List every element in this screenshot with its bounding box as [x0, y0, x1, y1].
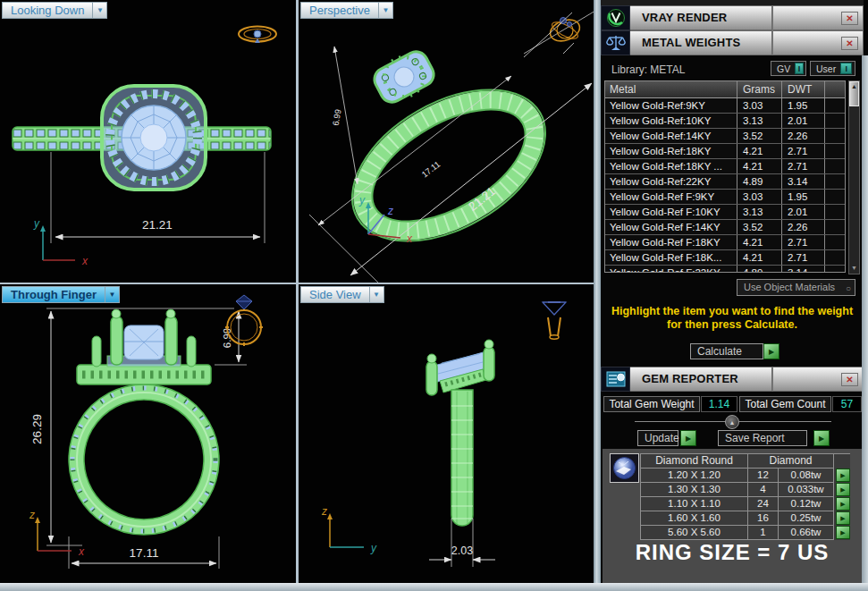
chevron-down-icon[interactable]: ▼	[378, 2, 393, 19]
close-icon[interactable]: ✕	[841, 373, 858, 386]
total-gem-weight-value: 1.14	[701, 396, 737, 412]
gv-indicator: I	[795, 63, 804, 74]
chevron-down-icon[interactable]: ▼	[92, 2, 107, 19]
side-view-drawing: 2.03 z y	[299, 284, 594, 583]
table-row[interactable]: Yellow Gold-Ref F:18KY4.212.71	[605, 235, 845, 250]
axis-z-label: z	[29, 509, 35, 521]
scroll-down-icon[interactable]: ▼	[849, 263, 859, 274]
table-row[interactable]: Yellow Gold-Ref:9KY3.031.95	[605, 98, 845, 114]
scrollbar-thumb[interactable]: ▲	[849, 81, 859, 106]
gem-table-header: Diamond Round Diamond	[641, 454, 850, 469]
axis-x-label: x	[81, 255, 88, 267]
calculate-run-icon[interactable]: ▶	[763, 343, 780, 359]
close-icon[interactable]: ✕	[841, 12, 858, 25]
viewport-title-looking-down[interactable]: Looking Down ▼	[2, 2, 107, 19]
viewport-looking-down[interactable]: Looking Down ▼	[0, 0, 296, 283]
user-button[interactable]: User I	[810, 61, 855, 76]
table-row[interactable]: Yellow Gold-Ref F:14KY3.522.26	[605, 220, 845, 235]
update-control: Update ▶	[637, 430, 696, 446]
table-scrollbar[interactable]: ▲ ▼	[848, 80, 860, 274]
save-report-control: Save Report ▶	[718, 430, 830, 446]
viewport-label[interactable]: Through Finger	[2, 286, 105, 303]
update-button[interactable]: Update	[637, 430, 678, 446]
scale-icon	[601, 30, 630, 55]
dimension-label: 21.21	[142, 218, 173, 232]
axis-y-label: y	[370, 542, 377, 554]
axis-x-label: x	[78, 545, 85, 558]
viewport-side-view[interactable]: Side View ▼	[299, 284, 594, 583]
viewport-title-perspective[interactable]: Perspective ▼	[300, 2, 393, 19]
halo-top-view	[102, 86, 206, 190]
looking-down-drawing: 21.21 y x	[0, 0, 296, 283]
slider-up-icon: ▲	[729, 419, 736, 426]
viewport-perspective[interactable]: Perspective ▼	[299, 0, 594, 283]
viewport-title-side-view[interactable]: Side View ▼	[300, 286, 384, 303]
dimension-label: 26.29	[30, 414, 44, 444]
ring-head-3d	[369, 46, 438, 108]
solitaire-side-icon	[543, 302, 566, 339]
close-icon[interactable]: ✕	[841, 37, 858, 50]
viewport-through-finger[interactable]: Through Finger ▼	[0, 284, 296, 583]
table-row[interactable]: Yellow Gold-Ref:18KY4.212.71	[605, 144, 845, 159]
total-gem-weight-label: Total Gem Weight	[603, 396, 700, 412]
user-indicator: I	[840, 63, 852, 74]
calculate-control: Calculate ▶	[690, 343, 780, 359]
chevron-down-icon[interactable]: ▼	[369, 286, 384, 303]
gem-row-run-icon[interactable]: ▶	[836, 497, 850, 511]
side-panel: VRAY RENDER ✕ METAL WEIGHTS ✕ Library: M…	[601, 0, 868, 591]
table-row[interactable]: Yellow Gold-Ref F:22KY4.893.14	[605, 266, 845, 272]
viewport-label[interactable]: Looking Down	[2, 2, 92, 19]
table-row[interactable]: Yellow Gold-Ref F:9KY3.031.95	[605, 190, 845, 205]
total-gem-count-value: 57	[832, 396, 862, 412]
detail-slider-handle[interactable]: ▲	[725, 415, 739, 429]
table-header: Metal Grams DWT	[605, 81, 845, 98]
use-object-materials-label: Use Object Materials	[744, 282, 835, 292]
axis-indicator: z x	[29, 509, 85, 558]
chevron-down-icon[interactable]: ▼	[105, 286, 120, 303]
panel-title: METAL WEIGHTS	[630, 30, 772, 55]
gem-row-run-icon[interactable]: ▶	[836, 469, 850, 482]
viewport-label[interactable]: Side View	[300, 286, 369, 303]
gem-summary-panel: Diamond Round Diamond 1.20 X 1.20120.08t…	[603, 449, 862, 583]
vray-icon	[601, 5, 630, 30]
gem-row: 1.10 X 1.10240.12tw▶	[641, 497, 850, 511]
table-row[interactable]: Yellow Gold-Ref F:18K...4.212.71	[605, 250, 845, 266]
table-row[interactable]: Yellow Gold-Ref:22KY4.893.14	[605, 174, 845, 190]
table-row[interactable]: Yellow Gold-Ref F:10KY3.132.01	[605, 205, 845, 220]
update-run-icon[interactable]: ▶	[680, 430, 696, 446]
table-row[interactable]: Yellow Gold-Ref:14KY3.522.26	[605, 129, 845, 144]
viewport-divider-vertical	[296, 0, 299, 583]
gv-button[interactable]: GV I	[771, 61, 806, 76]
table-row[interactable]: Yellow Gold-Ref:10KY3.132.01	[605, 114, 845, 129]
save-report-run-icon[interactable]: ▶	[813, 430, 830, 446]
panel-title: GEM REPORTER	[630, 367, 772, 392]
gem-reporter-header: GEM REPORTER ✕	[601, 367, 864, 392]
axis-y-label: y	[358, 194, 366, 207]
gem-row-run-icon[interactable]: ▶	[836, 511, 850, 525]
header-spacer: ✕	[772, 30, 864, 55]
viewport-title-through-finger[interactable]: Through Finger ▼	[2, 286, 120, 303]
gem-row-run-icon[interactable]: ▶	[836, 526, 850, 539]
viewport-label[interactable]: Perspective	[300, 2, 378, 19]
ring-icon	[524, 13, 583, 57]
use-object-materials-button[interactable]: Use Object Materials ○	[737, 279, 855, 296]
ring-front-view	[69, 384, 219, 535]
panel-splitter[interactable]	[594, 0, 601, 591]
panel-scrollbar[interactable]	[862, 55, 868, 583]
gem-reporter-icon	[601, 367, 630, 392]
axis-x-label: x	[406, 232, 413, 245]
col-diamond: Diamond	[748, 454, 834, 469]
col-metal: Metal	[605, 81, 737, 97]
gem-row: 1.30 X 1.3040.033tw▶	[641, 483, 850, 497]
gem-row: 5.60 X 5.6010.66tw▶	[641, 526, 850, 540]
table-row[interactable]: Yellow Gold-Ref:18KY ...4.212.71	[605, 159, 845, 174]
metal-weights-header: METAL WEIGHTS ✕	[601, 30, 864, 55]
gem-row-run-icon[interactable]: ▶	[836, 483, 850, 496]
calculate-button[interactable]: Calculate	[690, 343, 763, 359]
col-diamond-round: Diamond Round	[641, 454, 748, 469]
vray-render-header: VRAY RENDER ✕	[601, 5, 864, 30]
save-report-button[interactable]: Save Report	[718, 430, 807, 446]
header-spacer: ✕	[772, 5, 864, 30]
ring-icon	[239, 27, 276, 44]
axis-z-label: z	[387, 205, 393, 217]
